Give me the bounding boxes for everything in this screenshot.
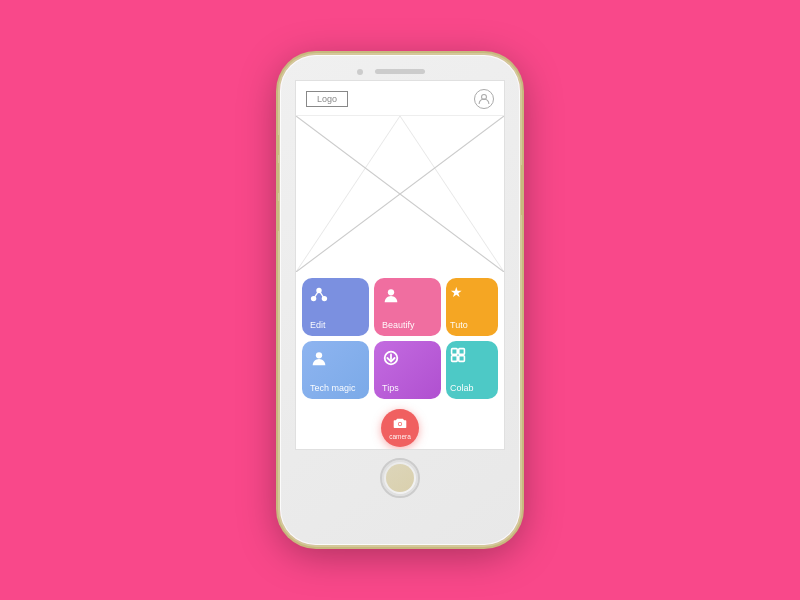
grid-section: Edit Beautify ★ Tuto xyxy=(296,272,504,405)
svg-line-4 xyxy=(400,116,504,272)
tile-tips[interactable]: Tips xyxy=(374,341,441,399)
tile-collab-label: Colab xyxy=(450,383,474,393)
tile-beautify-icon xyxy=(382,286,400,308)
side-button-mute xyxy=(276,135,279,155)
tile-tips-icon xyxy=(382,349,400,371)
tile-techmagic-icon xyxy=(310,349,328,371)
tile-techmagic-label: Tech magic xyxy=(310,383,356,393)
camera-label: camera xyxy=(389,433,411,440)
camera-button[interactable]: camera xyxy=(381,409,419,447)
home-button-inner xyxy=(386,464,414,492)
tile-beautify-label: Beautify xyxy=(382,320,415,330)
tile-edit-label: Edit xyxy=(310,320,326,330)
logo-label: Logo xyxy=(317,94,337,104)
side-button-vol-up xyxy=(276,163,279,193)
tile-edit-icon xyxy=(310,286,328,308)
tile-techmagic[interactable]: Tech magic xyxy=(302,341,369,399)
camera-btn-area: camera xyxy=(296,405,504,449)
screen-header: Logo xyxy=(296,81,504,116)
phone-screen: Logo xyxy=(295,80,505,450)
phone-mockup: Logo xyxy=(280,55,520,545)
profile-icon[interactable] xyxy=(474,89,494,109)
tile-tuto[interactable]: ★ Tuto xyxy=(446,278,498,336)
side-button-vol-down xyxy=(276,201,279,231)
tile-edit[interactable]: Edit xyxy=(302,278,369,336)
logo-wireframe: Logo xyxy=(306,91,348,107)
tile-tuto-icon: ★ xyxy=(450,284,463,300)
phone-speaker xyxy=(375,69,425,74)
svg-rect-13 xyxy=(452,349,458,355)
side-button-power xyxy=(521,165,524,215)
svg-point-18 xyxy=(399,423,402,426)
svg-rect-14 xyxy=(459,349,465,355)
svg-point-10 xyxy=(388,289,394,295)
tile-collab-icon xyxy=(450,347,466,367)
svg-line-8 xyxy=(314,291,319,299)
tile-collab[interactable]: Colab xyxy=(446,341,498,399)
tile-tips-label: Tips xyxy=(382,383,399,393)
svg-line-3 xyxy=(296,116,400,272)
tile-beautify[interactable]: Beautify xyxy=(374,278,441,336)
tile-tuto-label: Tuto xyxy=(450,320,468,330)
svg-rect-15 xyxy=(452,356,458,362)
svg-line-9 xyxy=(319,291,324,299)
camera-icon xyxy=(393,416,407,432)
svg-rect-16 xyxy=(459,356,465,362)
svg-point-11 xyxy=(316,352,322,358)
hero-image-placeholder xyxy=(296,116,504,272)
home-button[interactable] xyxy=(380,458,420,498)
